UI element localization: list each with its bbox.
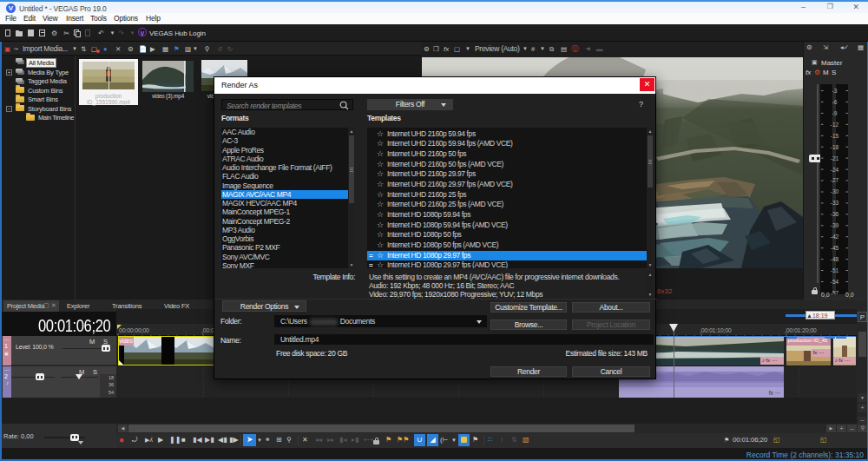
svg-text:-57: -57 bbox=[831, 290, 839, 294]
svg-text:-48: -48 bbox=[831, 256, 839, 262]
svg-text:00:00:00;00: 00:00:00;00 bbox=[119, 327, 149, 333]
svg-text:-24: -24 bbox=[831, 167, 839, 173]
svg-text:-51: -51 bbox=[831, 267, 839, 273]
svg-text:-15: -15 bbox=[831, 133, 839, 139]
svg-text:-27: -27 bbox=[831, 177, 839, 183]
svg-text:-6: -6 bbox=[832, 99, 838, 105]
svg-text:,00:01:20;00: ,00:01:20;00 bbox=[785, 327, 817, 333]
svg-text:-30: -30 bbox=[831, 188, 839, 194]
svg-text:-9: -9 bbox=[832, 110, 838, 116]
svg-text:-12: -12 bbox=[831, 122, 839, 128]
svg-text:-45: -45 bbox=[831, 245, 839, 251]
svg-text:,00:01:10;00: ,00:01:10;00 bbox=[700, 327, 732, 333]
svg-text:-42: -42 bbox=[831, 234, 839, 240]
svg-text:-39: -39 bbox=[831, 222, 839, 228]
svg-text:-18: -18 bbox=[831, 144, 839, 150]
svg-text:-3: -3 bbox=[832, 88, 838, 94]
svg-text:-21: -21 bbox=[831, 155, 839, 161]
svg-text:-33: -33 bbox=[831, 200, 839, 206]
svg-text:-54: -54 bbox=[831, 279, 839, 285]
svg-text:-36: -36 bbox=[831, 211, 839, 217]
